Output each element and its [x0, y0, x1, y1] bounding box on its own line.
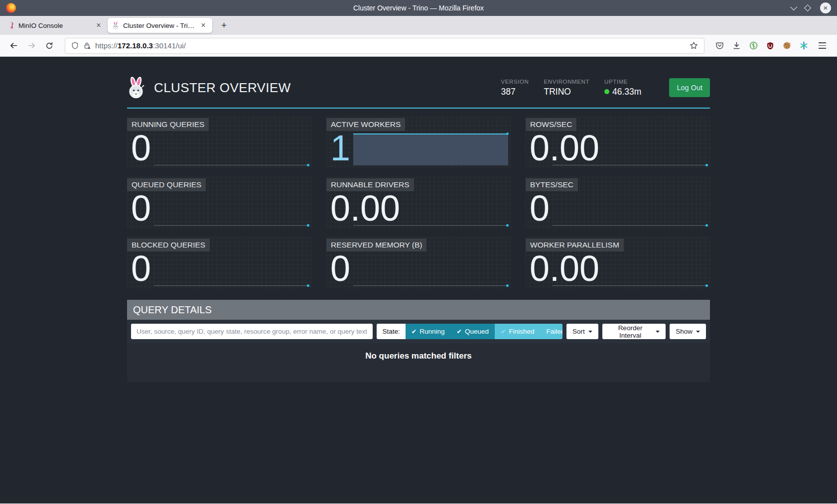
- trino-bunny-favicon: [112, 21, 119, 29]
- url-bar[interactable]: https://172.18.0.3:30141/ui/: [65, 38, 704, 54]
- query-list-panel: No queries matched filters: [127, 343, 710, 382]
- pocket-icon[interactable]: [715, 41, 724, 50]
- stats-grid: RUNNING QUERIES 0 ACTIVE WORKERS 1 ROWS/…: [127, 117, 710, 289]
- state-filter-group: State: Running Queued Finished Faile: [377, 324, 562, 339]
- uptime-label: UPTIME: [604, 79, 641, 85]
- download-icon[interactable]: [732, 41, 741, 50]
- check-icon: [456, 328, 461, 335]
- state-filter-failed-dropdown[interactable]: Failed: [541, 324, 563, 339]
- tab-label: MinIO Console: [18, 22, 90, 29]
- check-icon: [412, 328, 417, 335]
- menu-hamburger-icon[interactable]: [817, 40, 828, 50]
- version-block: VERSION 387: [501, 79, 529, 97]
- sparkline-dot: [307, 164, 309, 166]
- sparkline-dot: [506, 132, 509, 135]
- tab-label: Cluster Overview - Trino: [123, 22, 195, 29]
- environment-label: ENVIRONMENT: [544, 79, 589, 85]
- trino-bunny-logo: [127, 77, 145, 99]
- bookmark-star-icon[interactable]: [690, 41, 698, 50]
- uptime-status-dot: [604, 89, 609, 94]
- state-filter-queued[interactable]: Queued: [450, 324, 495, 339]
- chevron-down-icon: [696, 331, 700, 333]
- sparkline-dot: [705, 284, 708, 287]
- url-text: https://172.18.0.3:30141/ui/: [95, 41, 186, 50]
- state-filter-finished[interactable]: Finished: [495, 324, 541, 339]
- sparkline: [154, 225, 309, 226]
- connection-lock-icon[interactable]: [83, 42, 91, 49]
- sparkline: [154, 285, 309, 286]
- window-title: Cluster Overview - Trino — Mozilla Firef…: [0, 4, 837, 12]
- stat-value: 0.00: [530, 131, 599, 164]
- tracking-shield-icon[interactable]: [71, 42, 79, 49]
- page-title: CLUSTER OVERVIEW: [154, 80, 291, 96]
- reload-button[interactable]: [42, 38, 57, 53]
- uptime-block: UPTIME 46.33m: [604, 79, 641, 97]
- query-search-input[interactable]: [131, 324, 373, 339]
- green-extension-icon[interactable]: [749, 41, 758, 50]
- empty-queries-message: No queries matched filters: [127, 351, 710, 361]
- environment-block: ENVIRONMENT TRINO: [544, 79, 589, 97]
- new-tab-button[interactable]: [217, 20, 231, 31]
- stat-card-runnable-drivers: RUNNABLE DRIVERS 0.00: [326, 177, 511, 229]
- sparkline-dot: [307, 284, 309, 287]
- trino-page: CLUSTER OVERVIEW VERSION 387 ENVIRONMENT…: [0, 57, 837, 504]
- tab-close-icon[interactable]: [199, 21, 208, 30]
- tab-bar: MinIO Console Cluster Overview - Trino: [0, 16, 837, 35]
- environment-value: TRINO: [544, 87, 589, 97]
- sparkline-dot: [705, 164, 708, 166]
- sparkline: [353, 285, 508, 286]
- maximize-diamond-icon[interactable]: [804, 4, 811, 11]
- back-button[interactable]: [6, 38, 21, 53]
- stat-card-blocked-queries: BLOCKED QUERIES 0: [127, 237, 311, 289]
- forward-button[interactable]: [24, 38, 39, 53]
- query-details-title: QUERY DETAILS: [127, 300, 710, 320]
- sparkline: [353, 225, 508, 226]
- stat-value: 0: [330, 252, 350, 285]
- stat-value-link[interactable]: 1: [330, 131, 350, 164]
- stat-card-bytes-sec: BYTES/SEC 0: [526, 177, 710, 229]
- stat-value: 0: [530, 192, 550, 225]
- state-filter-label: State:: [377, 324, 405, 339]
- chevron-down-icon: [656, 331, 660, 333]
- chevron-down-icon: [588, 331, 592, 333]
- sparkline-dot: [705, 224, 708, 227]
- colorful-asterisk-icon[interactable]: [800, 41, 808, 50]
- window-close-button[interactable]: [820, 2, 831, 13]
- sparkline: [553, 285, 707, 286]
- sparkline: [553, 225, 707, 226]
- extension-strip: [712, 40, 831, 50]
- stat-value: 0: [131, 252, 151, 285]
- sparkline-dot: [307, 224, 309, 227]
- cookie-icon[interactable]: [783, 41, 791, 50]
- sparkline: [553, 165, 707, 165]
- minio-flamingo-icon: [7, 22, 14, 29]
- sort-dropdown[interactable]: Sort: [566, 324, 598, 339]
- sparkline-area: [353, 133, 508, 165]
- version-label: VERSION: [501, 79, 529, 85]
- show-dropdown[interactable]: Show: [670, 324, 706, 339]
- logout-button[interactable]: Log Out: [669, 78, 710, 97]
- minimize-chevron-icon[interactable]: [790, 3, 797, 10]
- page-header: CLUSTER OVERVIEW VERSION 387 ENVIRONMENT…: [127, 71, 710, 109]
- stat-value: 0.00: [330, 192, 400, 225]
- state-filter-running[interactable]: Running: [406, 324, 451, 339]
- stat-value: 0: [131, 131, 151, 164]
- window-titlebar: Cluster Overview - Trino — Mozilla Firef…: [0, 0, 837, 16]
- query-filter-toolbar: State: Running Queued Finished Faile: [127, 320, 710, 343]
- stat-value: 0: [131, 192, 151, 225]
- check-icon: [501, 328, 506, 335]
- stat-card-queued-queries: QUEUED QUERIES 0: [127, 177, 311, 229]
- navigation-toolbar: https://172.18.0.3:30141/ui/: [0, 35, 837, 57]
- reorder-interval-dropdown[interactable]: Reorder Interval: [602, 324, 666, 339]
- query-details-section: QUERY DETAILS State: Running Queued: [127, 300, 710, 382]
- ublock-shield-icon[interactable]: [766, 42, 774, 50]
- stat-card-running-queries: RUNNING QUERIES 0: [127, 117, 311, 168]
- sparkline-dot: [506, 224, 509, 227]
- tab-close-icon[interactable]: [94, 21, 103, 30]
- tab-cluster-overview[interactable]: Cluster Overview - Trino: [108, 18, 212, 33]
- stat-card-active-workers: ACTIVE WORKERS 1: [326, 117, 511, 168]
- stat-card-reserved-memory: RESERVED MEMORY (B) 0: [326, 237, 511, 289]
- uptime-value: 46.33m: [612, 87, 641, 97]
- stat-card-worker-parallelism: WORKER PARALLELISM 0.00: [526, 237, 710, 289]
- tab-minio-console[interactable]: MinIO Console: [3, 18, 108, 33]
